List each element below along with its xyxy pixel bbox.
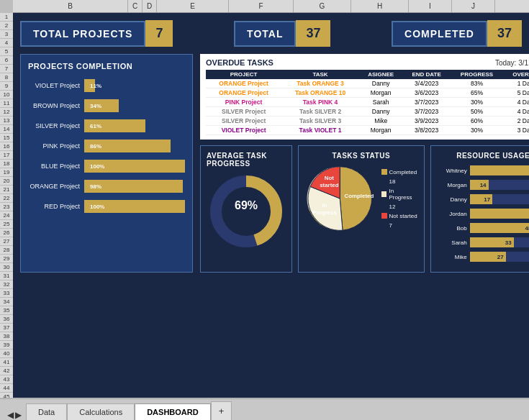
overdue-cell: 3/7/2023 — [402, 98, 450, 107]
bar-pct-label: 100% — [87, 163, 104, 170]
row-34: 34 — [0, 298, 13, 306]
overdue-title: OVERDUE TASKS — [206, 58, 273, 67]
tab-data[interactable]: Data — [26, 403, 67, 420]
overdue-cell: 4 Days — [503, 98, 529, 107]
bar-label: ORANGE Project — [28, 183, 80, 190]
bar-container: 61% — [84, 119, 185, 132]
main-content: PROJECTS COMPLETION VIOLET Project11%BRO… — [20, 54, 522, 273]
overdue-cell: 5 Days — [503, 88, 529, 98]
overdue-cell: Task ORANGE 10 — [281, 88, 359, 98]
bar-label: VIOLET Project — [28, 82, 80, 89]
overdue-cell: 3/4/2023 — [402, 79, 450, 88]
resource-bar-container: 56 — [470, 165, 529, 175]
row-16: 16 — [0, 142, 13, 151]
bar-container: 98% — [84, 180, 185, 193]
overdue-cell: 60% — [451, 117, 503, 126]
bar-label: SILVER Project — [28, 122, 80, 129]
completed-stat: COMPLETED 37 — [392, 20, 522, 47]
overdue-table-row: SILVER ProjectTask SILVER 3Mike3/9/20236… — [206, 117, 529, 126]
overdue-date: Today: 3/11/2023 — [495, 59, 529, 67]
bar-container: 34% — [84, 99, 185, 112]
bar-pct-label: 86% — [87, 143, 101, 150]
row-13: 13 — [0, 117, 13, 125]
resource-bar-fill: 48 — [470, 223, 529, 233]
tasks-status-title: TASKS STATUS — [333, 152, 390, 160]
overdue-table-body: ORANGE ProjectTask ORANGE 3Danny3/4/2023… — [206, 79, 529, 135]
overdue-cell: Task VIOLET 1 — [281, 126, 359, 135]
overdue-cell: ORANGE Project — [206, 79, 281, 88]
resource-row: Jordan56 — [437, 209, 529, 219]
resource-row: Sarah33 — [437, 237, 529, 247]
overdue-cell: Task SILVER 3 — [281, 117, 359, 126]
row-25: 25 — [0, 220, 13, 229]
overdue-cell: SILVER Project — [206, 107, 281, 117]
overdue-header: OVERDUE TASKS Today: 3/11/2023 — [206, 58, 529, 67]
bar-pct-label: 61% — [87, 123, 101, 129]
overdue-cell: SILVER Project — [206, 117, 281, 126]
stats-row: TOTAL PROJECTS 7 TOTAL 37 COMPLETED 37 — [20, 20, 522, 47]
resource-name: Mike — [437, 254, 467, 260]
row-2: 2 — [0, 22, 13, 30]
row-17: 17 — [0, 151, 13, 160]
tab-calculations[interactable]: Calculations — [67, 403, 135, 420]
overdue-table-row: ORANGE ProjectTask ORANGE 3Danny3/4/2023… — [206, 79, 529, 88]
tab-next-arrow[interactable]: ▶ — [15, 410, 22, 420]
overdue-table-row: ORANGE ProjectTask ORANGE 10Morgan3/6/20… — [206, 88, 529, 98]
col-b: B — [13, 0, 128, 12]
legend-completed: Completed — [381, 169, 418, 175]
row-18: 18 — [0, 160, 13, 168]
row-30: 30 — [0, 263, 13, 272]
bar-container: 11% — [84, 79, 185, 92]
overdue-cell: Danny — [359, 107, 403, 117]
overdue-table-row: PINK ProjectTask PINK 4Sarah3/7/202330%4… — [206, 98, 529, 107]
resource-row: Morgan14 — [437, 180, 529, 190]
total-projects-label: TOTAL PROJECTS — [20, 21, 145, 47]
row-15: 15 — [0, 134, 13, 142]
total-stat: TOTAL 37 — [234, 20, 330, 47]
pie-chart: CompletedInProgress Notstarted — [304, 163, 376, 234]
overdue-cell: Danny — [359, 79, 403, 88]
overdue-cell: Morgan — [359, 126, 403, 135]
row-29: 29 — [0, 255, 13, 263]
resource-value: 33 — [505, 239, 514, 246]
overdue-cell: Task ORANGE 3 — [281, 79, 359, 88]
overdue-col-header: TASK — [281, 70, 359, 79]
tab-nav-arrows[interactable]: ◀ ▶ — [3, 410, 26, 420]
row-4: 4 — [0, 39, 13, 47]
tab-prev-arrow[interactable]: ◀ — [7, 410, 14, 420]
row-33: 33 — [0, 289, 13, 298]
row-40: 40 — [0, 350, 13, 358]
row-11: 11 — [0, 99, 13, 108]
resource-value: 27 — [497, 254, 506, 260]
pie-legend: Completed 18 In Progress 12 — [381, 169, 418, 229]
row-14: 14 — [0, 125, 13, 134]
completed-label: COMPLETED — [392, 21, 487, 47]
total-projects-value: 7 — [145, 20, 173, 47]
row-7: 7 — [0, 65, 13, 73]
overdue-col-header: ASIGNEE — [359, 70, 403, 79]
resource-value: 17 — [484, 196, 492, 203]
tab-add-button[interactable]: + — [211, 401, 232, 420]
bar-label: PINK Project — [28, 142, 80, 150]
total-label: TOTAL — [234, 21, 296, 47]
resource-bar-fill: 33 — [470, 237, 514, 247]
resource-row: Bob48 — [437, 223, 529, 233]
overdue-cell: 30% — [451, 98, 503, 107]
row-27: 27 — [0, 237, 13, 246]
tasks-status-box: TASKS STATUS CompletedInProgress Not — [298, 145, 425, 273]
col-c: C — [128, 0, 143, 12]
row-19: 19 — [0, 168, 13, 177]
row-41: 41 — [0, 358, 13, 367]
row-36: 36 — [0, 315, 13, 324]
overdue-cell: 3/9/2023 — [402, 117, 450, 126]
bar-container: 86% — [84, 140, 185, 152]
pie-label: Completed — [345, 193, 374, 199]
legend-notstarted: Not started — [381, 213, 418, 219]
tab-dashboard[interactable]: DASHBOARD — [135, 403, 211, 420]
bar-label: BLUE Project — [28, 163, 80, 170]
row-9: 9 — [0, 82, 13, 91]
overdue-table-row: SILVER ProjectTask SILVER 2Danny3/7/2023… — [206, 107, 529, 117]
bar-label: RED Project — [28, 203, 80, 210]
resource-bar-container: 33 — [470, 237, 529, 247]
overdue-cell: ORANGE Project — [206, 88, 281, 98]
